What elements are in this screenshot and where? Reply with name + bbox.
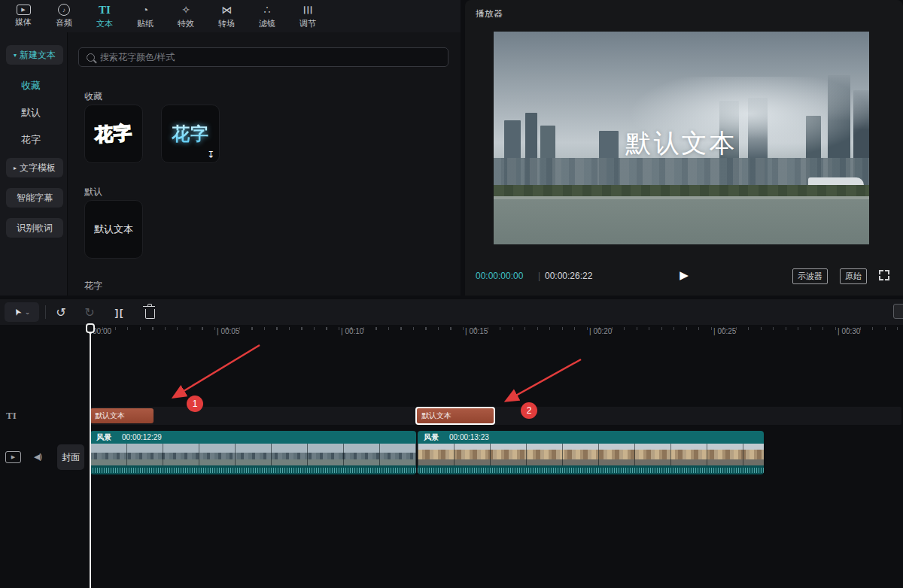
sidebar-item-new-text[interactable]: ▾ 新建文本 [6, 45, 63, 65]
split-button[interactable]: ][ [110, 302, 129, 322]
select-tool-button[interactable]: ➤ ⌄ [5, 302, 39, 322]
sidebar-item-favorites[interactable]: 收藏 [21, 79, 41, 92]
filmstrip [418, 444, 764, 465]
filter-icon: ∴ [264, 4, 271, 17]
filmstrip [90, 444, 416, 465]
redo-button[interactable]: ↻ [80, 302, 99, 322]
video-clip-header: 风景 00:00:12:29 [90, 431, 416, 444]
adjust-icon: ☰ [302, 5, 315, 15]
text-clip-1[interactable]: 默认文本 [90, 408, 154, 423]
cursor-icon: ➤ [11, 306, 23, 317]
annotation-badge-2: 2 [521, 402, 537, 419]
toolbar-tab-label: 贴纸 [137, 18, 154, 29]
trash-icon [145, 309, 155, 319]
sidebar-item-smart-captions[interactable]: 智能字幕 [6, 188, 63, 208]
fullscreen-icon[interactable] [879, 270, 889, 280]
audio-icon: ♪ [58, 4, 70, 16]
section-label-fancy: 花字 [84, 280, 102, 292]
tab-effects[interactable]: ✧ 特效 [166, 0, 206, 32]
section-label-favorites: 收藏 [84, 90, 102, 103]
ruler-label: | 00:25 [713, 327, 736, 335]
tab-sticker[interactable]: ◔ 贴纸 [125, 0, 166, 32]
video-clip-duration: 00:00:13:23 [449, 433, 489, 441]
fancy-text-tile-green[interactable]: 花字 [84, 105, 143, 163]
tab-text[interactable]: TI 文本 [84, 0, 125, 32]
search-input[interactable]: 搜索花字颜色/样式 [78, 47, 448, 67]
fancy-text-sample: 花字 [94, 120, 133, 147]
total-duration: 00:00:26:22 [545, 271, 592, 281]
ruler-label: | 00:30 [838, 327, 860, 335]
time-separator: | [538, 271, 540, 281]
video-clip-duration: 00:00:12:29 [122, 433, 162, 441]
cropped-tool-icon[interactable] [893, 304, 903, 319]
play-button[interactable]: ▶ [680, 268, 689, 282]
toolbar-tab-label: 转场 [218, 18, 235, 29]
search-placeholder: 搜索花字颜色/样式 [100, 51, 175, 64]
video-preview[interactable]: 默认文本 [494, 32, 869, 244]
video-clip-2[interactable]: 风景 00:00:13:23 [418, 431, 764, 474]
fancy-text-tile-blue[interactable]: 花字 ↧ [161, 105, 220, 163]
toolbar-tab-label: 音频 [56, 17, 72, 29]
cover-button[interactable]: 封面 [57, 444, 84, 470]
sidebar-item-fancy-text[interactable]: 花字 [21, 133, 41, 147]
chevron-down-icon: ⌄ [25, 308, 31, 316]
top-toolbar: ▶ 媒体 ♪ 音频 TI 文本 ◔ 贴纸 ✧ 特效 ⋈ 转场 ∴ 滤镜 [0, 0, 461, 32]
toolbar-tab-label: 文本 [96, 18, 113, 29]
tab-filter[interactable]: ∴ 滤镜 [247, 0, 287, 32]
text-clip-2-selected[interactable]: 默认文本 [415, 407, 495, 425]
default-text-tile[interactable]: 默认文本 [84, 200, 143, 259]
new-text-label: 新建文本 [20, 49, 56, 62]
toolbar-tab-label: 调节 [299, 18, 316, 29]
toolbar-tab-label: 媒体 [15, 17, 32, 28]
text-template-label: 文字模板 [20, 162, 56, 174]
media-icon: ▶ [17, 5, 31, 15]
tab-adjust[interactable]: ☰ 调节 [287, 0, 328, 32]
preview-text-overlay[interactable]: 默认文本 [494, 126, 869, 161]
ruler-label: | 00:10 [341, 327, 363, 335]
mute-track-icon[interactable]: ◀) [34, 452, 41, 462]
tab-audio[interactable]: ♪ 音频 [44, 0, 84, 32]
sidebar-item-text-template[interactable]: ▸ 文字模板 [6, 158, 63, 177]
video-clip-name: 风景 [424, 432, 439, 443]
video-track-icon[interactable]: ▶ [5, 451, 21, 463]
effects-icon: ✧ [181, 4, 190, 17]
sidebar-item-lyrics-recognition[interactable]: 识别歌词 [6, 218, 63, 238]
toolbar-divider [45, 305, 46, 319]
text-track-icon: TI [6, 410, 17, 422]
player-panel: 播放器 默认文本 00:00:00:00 | 00:00:26:22 ▶ 示波器… [465, 0, 903, 296]
video-clip-1[interactable]: 风景 00:00:12:29 [90, 431, 416, 474]
fancy-text-sample: 花字 [172, 122, 209, 146]
text-track-lane[interactable] [90, 407, 901, 425]
timeline-ruler[interactable]: 00:00 | 00:05 | 00:10 | 00:15 | 00:20 | … [0, 325, 903, 339]
audio-waveform [90, 465, 416, 474]
original-quality-button[interactable]: 原始 [840, 268, 867, 284]
video-clip-name: 风景 [96, 432, 111, 443]
player-title: 播放器 [476, 8, 503, 20]
ruler-ticks [90, 327, 901, 330]
download-icon: ↧ [207, 150, 214, 160]
search-icon [87, 53, 95, 62]
chevron-right-icon: ▸ [14, 165, 17, 171]
audio-waveform [418, 465, 764, 474]
delete-button[interactable] [140, 302, 160, 322]
transition-icon: ⋈ [221, 4, 232, 17]
sticker-icon: ◔ [142, 4, 148, 17]
undo-button[interactable]: ↺ [51, 302, 71, 322]
text-icon: TI [99, 4, 111, 17]
treeline [494, 185, 869, 197]
sidebar-item-default[interactable]: 默认 [21, 106, 41, 120]
toolbar-tab-label: 特效 [178, 18, 194, 29]
tab-media[interactable]: ▶ 媒体 [3, 0, 44, 32]
ruler-label: | 00:15 [465, 327, 488, 335]
playhead-line[interactable] [90, 323, 91, 588]
toolbar-tab-label: 滤镜 [259, 18, 275, 29]
ruler-label: | 00:20 [589, 327, 612, 335]
timeline-toolbar: ➤ ⌄ ↺ ↻ ][ [0, 299, 903, 325]
oscilloscope-button[interactable]: 示波器 [792, 268, 828, 284]
playhead-handle[interactable] [84, 323, 96, 341]
annotation-badge-1: 1 [187, 396, 203, 412]
water [494, 199, 869, 244]
tab-transition[interactable]: ⋈ 转场 [206, 0, 247, 32]
chevron-down-icon: ▾ [14, 52, 17, 59]
video-clip-header: 风景 00:00:13:23 [418, 431, 764, 444]
